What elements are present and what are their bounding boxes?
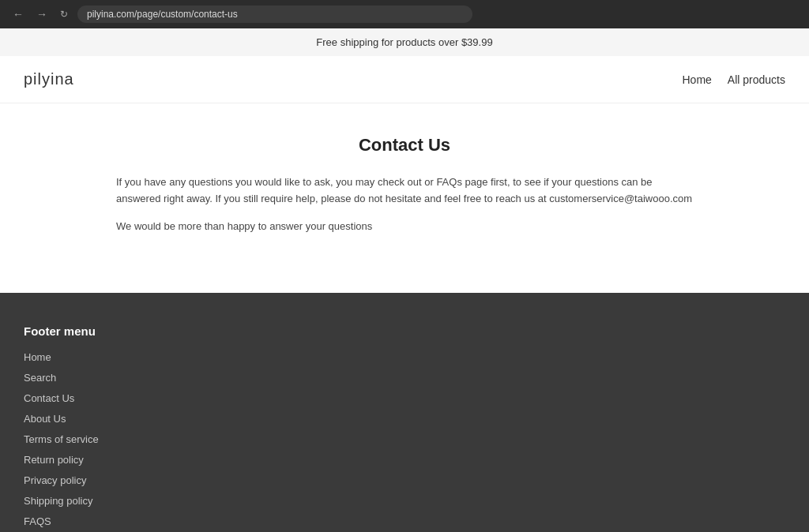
browser-back-button[interactable]: ← bbox=[9, 6, 27, 22]
footer-link-shipping-policy[interactable]: Shipping policy bbox=[24, 495, 92, 507]
list-item: Home bbox=[24, 350, 785, 363]
footer-link-search[interactable]: Search bbox=[24, 372, 56, 384]
list-item: Return policy bbox=[24, 453, 785, 466]
list-item: FAQS bbox=[24, 515, 785, 527]
footer-link-return-policy[interactable]: Return policy bbox=[24, 454, 84, 466]
contact-paragraph-1: If you have any questions you would like… bbox=[116, 174, 693, 208]
site-nav: Home All products bbox=[682, 73, 785, 86]
site-footer: Footer menu Home Search Contact Us About… bbox=[0, 293, 809, 532]
site-header: pilyina Home All products bbox=[0, 56, 809, 103]
browser-chrome: ← → ↻ pilyina.com/page/custom/contact-us bbox=[0, 0, 809, 28]
site-logo[interactable]: pilyina bbox=[24, 70, 74, 88]
footer-link-terms[interactable]: Terms of service bbox=[24, 433, 99, 445]
footer-menu-title: Footer menu bbox=[24, 324, 785, 338]
browser-refresh-button[interactable]: ↻ bbox=[57, 7, 71, 21]
footer-link-home[interactable]: Home bbox=[24, 351, 51, 363]
footer-link-contact-us[interactable]: Contact Us bbox=[24, 392, 74, 404]
list-item: Shipping policy bbox=[24, 494, 785, 507]
footer-menu-section: Footer menu Home Search Contact Us About… bbox=[24, 324, 785, 527]
nav-all-products[interactable]: All products bbox=[728, 73, 785, 86]
page-title: Contact Us bbox=[24, 135, 785, 155]
list-item: Search bbox=[24, 371, 785, 384]
browser-forward-button[interactable]: → bbox=[33, 6, 51, 22]
footer-link-about-us[interactable]: About Us bbox=[24, 413, 66, 425]
footer-link-faqs[interactable]: FAQS bbox=[24, 515, 51, 527]
contact-paragraph-2: We would be more than happy to answer yo… bbox=[116, 219, 693, 235]
announcement-text: Free shipping for products over $39.99 bbox=[316, 36, 492, 48]
list-item: Privacy policy bbox=[24, 474, 785, 486]
browser-url-bar[interactable]: pilyina.com/page/custom/contact-us bbox=[77, 6, 472, 23]
main-content: Contact Us If you have any questions you… bbox=[0, 103, 809, 293]
nav-home[interactable]: Home bbox=[682, 73, 711, 86]
announcement-bar: Free shipping for products over $39.99 bbox=[0, 28, 809, 56]
footer-menu-list: Home Search Contact Us About Us Terms of… bbox=[24, 350, 785, 527]
footer-link-privacy-policy[interactable]: Privacy policy bbox=[24, 474, 86, 486]
list-item: Terms of service bbox=[24, 433, 785, 445]
list-item: About Us bbox=[24, 412, 785, 425]
list-item: Contact Us bbox=[24, 392, 785, 404]
page-description: If you have any questions you would like… bbox=[116, 174, 693, 234]
